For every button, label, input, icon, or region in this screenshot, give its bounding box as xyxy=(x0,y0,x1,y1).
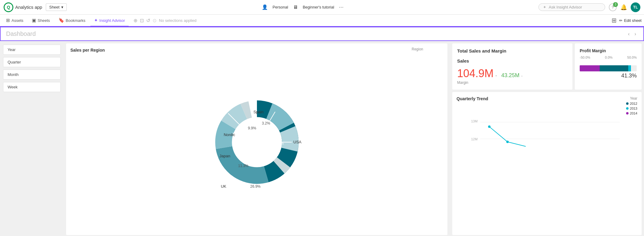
sales-label: Sales xyxy=(457,58,568,63)
spain-percent: 3.2% xyxy=(262,121,270,125)
margin-value: 43.25M xyxy=(501,72,519,79)
filter-quarter[interactable]: Quarter xyxy=(3,57,61,67)
nav-bookmarks[interactable]: 🔖 Bookmarks xyxy=(55,15,89,26)
notification-badge: 3 xyxy=(613,2,618,7)
japan-label: Japan xyxy=(219,154,230,158)
uk-label-percent: 26.9% xyxy=(250,184,260,189)
usa-percent: 45.5% xyxy=(272,141,284,145)
select-all-icon[interactable]: ⊙ xyxy=(153,18,157,23)
nav-bookmarks-label: Bookmarks xyxy=(66,18,86,23)
legend-label-2013: 2013 xyxy=(630,107,637,110)
profit-axis-labels: -50.0% 0.0% 50.0% xyxy=(580,56,637,59)
monitor-icon: 🖥 xyxy=(293,5,298,10)
left-panel: Year Quarter Month Week xyxy=(0,41,64,236)
qlik-logo: Q Analytics app xyxy=(4,2,42,12)
grid-icon[interactable]: ⊞ xyxy=(612,17,617,24)
main-content: Year Quarter Month Week Sales per Region… xyxy=(0,41,644,236)
notification-bell[interactable]: 🔔 xyxy=(620,4,627,11)
app-name: Analytics app xyxy=(15,5,42,10)
edit-sheet-button[interactable]: ✏ Edit sheet xyxy=(619,18,642,23)
legend-label-2014: 2014 xyxy=(630,111,637,115)
profit-bar-accent xyxy=(628,65,631,71)
profit-bar-positive xyxy=(600,65,628,71)
nordic-percent: 9.9% xyxy=(248,126,256,130)
edit-sheet-label: Edit sheet xyxy=(624,18,642,23)
svg-text:12M: 12M xyxy=(471,137,477,141)
region-label: Region xyxy=(412,47,423,51)
pencil-icon: ✏ xyxy=(619,18,622,23)
nav-right: ⊞ ✏ Edit sheet xyxy=(612,17,642,24)
profit-card: Profit Margin -50.0% 0.0% 50.0% 41.3% xyxy=(575,43,642,90)
user-avatar[interactable]: TL xyxy=(631,2,640,12)
usa-label: USA xyxy=(293,140,302,144)
trend-chart-area: 13M 12M xyxy=(457,118,637,155)
zoom-icon[interactable]: ⊕ xyxy=(133,18,137,23)
nav-assets-label: Assets xyxy=(12,18,23,23)
nav-insight-advisor[interactable]: ✦ Insight Advisor xyxy=(90,15,129,26)
legend-dot-2012 xyxy=(626,102,629,105)
qlik-icon: Q xyxy=(4,2,13,12)
rotate-icon[interactable]: ↺ xyxy=(146,18,150,23)
nav-insight-label: Insight Advisor xyxy=(99,18,125,23)
donut-svg: USA 45.5% 26.9% UK Japan 11.3% Nordic 9.… xyxy=(208,94,305,191)
more-button[interactable]: ··· xyxy=(339,4,344,10)
no-selections-label: No selections applied xyxy=(159,18,197,23)
nordic-label: Nordic xyxy=(224,132,235,137)
selection-area: ⊕ ⊡ ↺ ⊙ No selections applied xyxy=(130,18,200,23)
dashboard-title: Dashboard xyxy=(6,30,36,37)
japan-percent: 11.3% xyxy=(238,164,248,168)
insight-search-placeholder: Ask Insight Advisor xyxy=(549,5,582,9)
profit-neg50: -50.0% xyxy=(580,56,590,59)
assets-icon: ⊞ xyxy=(6,18,10,23)
total-sales-title: Total Sales and Margin xyxy=(457,48,568,53)
legend-2013: 2013 xyxy=(626,107,637,110)
filter-week[interactable]: Week xyxy=(3,82,61,92)
bookmarks-icon: 🔖 xyxy=(59,18,64,23)
right-top: Total Sales and Margin Sales 104.9M - 43… xyxy=(452,43,642,90)
dashboard-title-bar: Dashboard ‹ › xyxy=(0,27,644,41)
select-icon[interactable]: ⊡ xyxy=(140,18,144,23)
sheet-selector-label: Sheet xyxy=(49,5,59,9)
donut-chart: USA 45.5% 26.9% UK Japan 11.3% Nordic 9.… xyxy=(70,55,443,229)
legend-dot-2014 xyxy=(626,112,629,115)
insight-advisor-icon: ✦ xyxy=(94,18,98,23)
nav-assets[interactable]: ⊞ Assets xyxy=(2,15,27,26)
sales-region-title: Sales per Region xyxy=(70,48,443,53)
help-button[interactable]: ? 3 xyxy=(609,3,617,11)
filter-year[interactable]: Year xyxy=(3,45,61,55)
svg-point-10 xyxy=(488,125,491,128)
nav-next-button[interactable]: › xyxy=(633,31,638,37)
quarterly-trend-card: Quarterly Trend Year 2012 2013 xyxy=(452,92,642,235)
insight-advisor-search[interactable]: ✦ Ask Insight Advisor xyxy=(538,3,605,11)
trend-svg: 13M 12M xyxy=(457,118,637,154)
profit-bar-negative xyxy=(580,65,600,71)
margin-dash2: - xyxy=(521,74,522,78)
nav-bar: ⊞ Assets ▣ Sheets 🔖 Bookmarks ✦ Insight … xyxy=(0,15,644,27)
nav-prev-button[interactable]: ‹ xyxy=(626,31,631,37)
user-label: Personal xyxy=(273,5,288,9)
charts-area: Sales per Region Region xyxy=(64,41,450,236)
legend-2014: 2014 xyxy=(626,111,637,115)
spain-label: Spain xyxy=(253,110,263,114)
legend-label-2012: 2012 xyxy=(630,102,637,105)
user-icon: 👤 xyxy=(262,4,268,10)
title-nav: ‹ › xyxy=(626,31,638,37)
sales-value: 104.9M xyxy=(457,67,494,80)
margin-label: Margin xyxy=(457,80,568,85)
trend-legend: 2012 2013 2014 xyxy=(626,102,637,115)
legend-dot-2013 xyxy=(626,107,629,110)
quarterly-trend-title: Quarterly Trend xyxy=(457,96,488,101)
trend-line-2013 xyxy=(489,127,526,146)
svg-text:13M: 13M xyxy=(471,119,477,123)
legend-2012: 2012 xyxy=(626,102,637,105)
total-sales-card: Total Sales and Margin Sales 104.9M - 43… xyxy=(452,43,572,90)
top-bar: Q Analytics app Sheet ▾ 👤 Personal 🖥 Beg… xyxy=(0,0,644,15)
profit-title: Profit Margin xyxy=(580,48,637,53)
filter-month[interactable]: Month xyxy=(3,70,61,80)
trend-header: Quarterly Trend Year 2012 2013 xyxy=(457,96,637,115)
sheet-selector[interactable]: Sheet ▾ xyxy=(46,3,67,11)
nav-sheets[interactable]: ▣ Sheets xyxy=(28,15,53,26)
uk-label: UK xyxy=(221,184,226,189)
sheets-icon: ▣ xyxy=(32,18,36,23)
chevron-down-icon: ▾ xyxy=(61,5,63,9)
